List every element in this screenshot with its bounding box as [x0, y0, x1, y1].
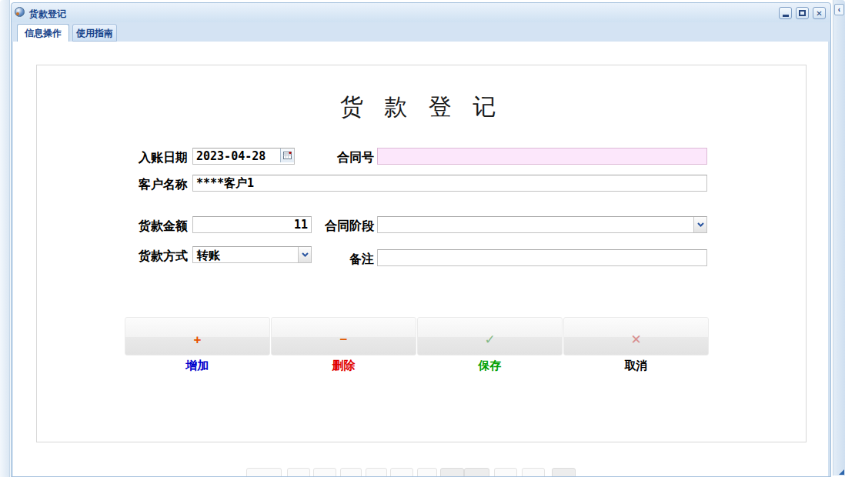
- cancel-button[interactable]: ✕: [563, 317, 709, 355]
- date-picker-button[interactable]: [280, 149, 294, 162]
- delete-button[interactable]: −: [271, 317, 416, 355]
- pager-button[interactable]: [390, 468, 413, 476]
- window-title: 货款登记: [29, 8, 66, 21]
- customer-name-input[interactable]: [192, 175, 707, 192]
- add-button-caption: 增加: [125, 359, 270, 373]
- amount-label: 货款金额: [111, 219, 188, 235]
- titlebar[interactable]: 货款登记 ✕: [12, 3, 830, 22]
- tab-info-operation[interactable]: 信息操作: [17, 24, 69, 42]
- delete-button-caption: 删除: [271, 359, 416, 373]
- maximize-icon: [799, 10, 806, 16]
- save-button-caption: 保存: [417, 359, 563, 373]
- payment-method-value: 转账: [197, 249, 220, 263]
- save-button[interactable]: ✓: [417, 317, 563, 355]
- cancel-button-caption: 取消: [563, 359, 709, 373]
- contract-stage-dropdown-button[interactable]: [693, 217, 706, 232]
- payment-method-label: 货款方式: [111, 249, 188, 265]
- entry-date-field-wrap: [192, 148, 295, 165]
- check-icon: ✓: [484, 333, 495, 346]
- payment-method-select[interactable]: 转账: [192, 246, 312, 263]
- minus-icon: −: [340, 333, 348, 346]
- entry-date-label: 入账日期: [111, 150, 188, 166]
- pager-button[interactable]: [287, 468, 310, 476]
- calendar-icon: [283, 151, 292, 160]
- remarks-input[interactable]: [377, 249, 707, 266]
- close-icon: ✕: [816, 9, 822, 18]
- pager-button[interactable]: [313, 468, 336, 476]
- remarks-label: 备注: [297, 252, 374, 268]
- pager-button[interactable]: [464, 468, 489, 476]
- maximize-button[interactable]: [796, 7, 809, 19]
- pager-button[interactable]: [366, 468, 387, 476]
- pager-button[interactable]: [552, 468, 576, 476]
- form-title: 货 款 登 记: [37, 92, 806, 123]
- collapsed-left-panel[interactable]: [0, 0, 10, 477]
- collapse-panel-button[interactable]: ‹: [834, 4, 844, 15]
- window-icon: [15, 7, 25, 17]
- minimize-icon: [783, 15, 789, 17]
- pager-button[interactable]: [440, 468, 464, 476]
- minimize-button[interactable]: [779, 7, 792, 19]
- pager-button[interactable]: [246, 468, 282, 476]
- pager-button[interactable]: [417, 468, 437, 476]
- app-window: 货款登记 ✕ 信息操作 使用指南 货 款 登 记 入账日期: [11, 2, 831, 477]
- resize-grip[interactable]: [839, 469, 844, 475]
- pager-button[interactable]: [494, 468, 517, 476]
- plus-icon: +: [194, 333, 202, 346]
- tab-strip: 信息操作 使用指南: [12, 22, 830, 42]
- pager-button[interactable]: [340, 468, 362, 476]
- amount-input[interactable]: [192, 216, 312, 233]
- chevron-down-icon: [697, 222, 704, 227]
- tab-user-guide[interactable]: 使用指南: [72, 24, 117, 42]
- cross-icon: ✕: [630, 333, 641, 346]
- add-button[interactable]: +: [125, 317, 270, 355]
- window-controls: ✕: [779, 7, 826, 19]
- content-area: 货 款 登 记 入账日期 合同号 客户名称 货款金额: [13, 42, 828, 476]
- contract-stage-label: 合同阶段: [297, 219, 374, 235]
- contract-stage-select[interactable]: [377, 216, 707, 233]
- close-button[interactable]: ✕: [813, 7, 826, 19]
- contract-no-input[interactable]: [377, 148, 707, 165]
- pager-button[interactable]: [522, 468, 545, 476]
- contract-no-label: 合同号: [297, 150, 374, 166]
- collapsed-right-panel[interactable]: ‹: [833, 0, 845, 476]
- customer-name-label: 客户名称: [111, 177, 188, 193]
